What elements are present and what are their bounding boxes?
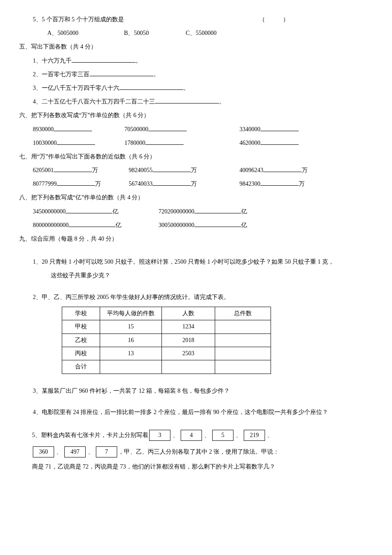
fill-blank [148, 125, 187, 131]
s6-row-2: 10030000 1780000 4620000 [33, 136, 373, 150]
th-total: 总件数 [215, 307, 271, 320]
table-row: 合计 [62, 360, 271, 374]
sep-dot: 、 [236, 427, 242, 443]
section-6-title: 六、把下列各数改写成“万”作单位的数（共 6 分） [19, 109, 373, 122]
sep-dot: 、 [267, 427, 273, 443]
q5-mid: ，甲、乙、丙三人分别各取了其中 2 张，使用了除法。甲说： [118, 443, 279, 460]
s8-row-2: 800000000000亿 300500000000亿 [33, 219, 373, 232]
th-avg: 平均每人做的件数 [100, 307, 162, 320]
s7-row-2: 80777999万 56740033万 9842300万 [33, 177, 373, 191]
table-row: 丙校 13 2503 [62, 347, 271, 360]
fill-blank [54, 125, 92, 131]
sep-dot: 、 [88, 443, 94, 460]
s9-q5-line2: 360 、 497 、 7 ，甲、乙、丙三人分别各取了其中 2 张，使用了除法。… [32, 443, 373, 460]
s9-q1: 1、20 只青蛙 1 小时可以吃 500 只蚊子。照这样计算，2500 只青蛙 … [33, 255, 373, 269]
question-4-5: 5、5 个百万和 5 个十万组成的数是 （ ） [33, 13, 373, 26]
section-7-title: 七、用“万”作单位写出下面各数的近似数（共 6 分） [19, 150, 373, 164]
q-text: 5 个百万和 5 个十万组成的数是 [42, 16, 124, 23]
answer-paren: （ ） [259, 13, 289, 26]
section-9-title: 九、综合应用（每题 8 分，共 40 分） [19, 232, 373, 246]
fill-blank [263, 166, 302, 172]
th-school: 学校 [62, 307, 100, 320]
fill-blank [260, 125, 299, 131]
fill-blank [57, 138, 95, 145]
table-row: 学校 平均每人做的件数 人数 总件数 [62, 307, 271, 320]
q2-table: 学校 平均每人做的件数 人数 总件数 甲校 15 1234 乙校 16 2018… [62, 307, 271, 374]
card-box: 4 [181, 430, 202, 441]
fill-blank [69, 221, 115, 227]
card-box: 5 [212, 430, 233, 441]
fill-blank [54, 166, 92, 172]
card-box: 219 [244, 430, 265, 441]
q5-lead: 5、塑料盒内装有七张卡片，卡片上分别写着 [32, 427, 148, 443]
s5-item-2: 2、一百零七万零三百。 [33, 68, 373, 81]
sep-dot: 、 [56, 443, 62, 460]
fill-blank [153, 179, 191, 186]
fill-blank [260, 138, 299, 145]
th-count: 人数 [162, 307, 215, 320]
table-row: 乙校 16 2018 [62, 334, 271, 347]
q-num: 5、 [33, 16, 42, 23]
s9-q4: 4、电影院里有 24 排座位，后一排比前一排多 2 个座位，最后一排有 90 个… [33, 405, 373, 419]
s9-q5-line1: 5、塑料盒内装有七张卡片，卡片上分别写着 3 、 4 、 5 、 219 、 [32, 427, 373, 443]
s5-item-1: 1、十六万九千。 [33, 54, 373, 68]
card-box: 7 [96, 446, 117, 457]
s9-q5-tail: 商是 71，乙说商是 72，丙说商是 73，他们的计算都没有错，那么剩下的卡片上… [32, 460, 373, 474]
s9-q1b: 这些蚊子共重多少克？ [51, 269, 373, 282]
s9-q2: 2、甲、乙、丙三所学校 2005 年学生做好人好事的情况统计。请完成下表。 [33, 290, 373, 304]
fill-blank [66, 207, 112, 213]
fill-blank [194, 221, 241, 227]
s6-row-1: 8930000 70500000 3340000 [33, 123, 373, 136]
fill-blank [72, 56, 135, 63]
fill-blank [260, 179, 299, 186]
option-b: B、50050 [124, 26, 186, 40]
fill-blank [155, 97, 219, 104]
card-box: 497 [64, 446, 86, 457]
card-box: 3 [149, 430, 170, 441]
fill-blank [194, 207, 241, 213]
option-a: A、5005000 [47, 26, 124, 40]
s9-q3: 3、某服装厂出厂 960 件衬衫，一共装了 12 箱，每箱装 8 包，每包多少件… [33, 384, 373, 398]
card-box: 360 [33, 446, 54, 457]
fill-blank [57, 179, 95, 186]
fill-blank [89, 70, 153, 76]
section-8-title: 八、把下列各数写成“亿”作单位的数（共 4 分） [19, 191, 373, 204]
q4-5-options: A、5005000 B、50050 C、5500000 [47, 26, 373, 40]
s8-row-1: 34500000000亿 720200000000亿 [33, 205, 373, 219]
sep-dot: 、 [204, 427, 210, 443]
fill-blank [119, 83, 183, 90]
s5-item-4: 4、二十五亿七千八百六十五万四千二百二十三。 [33, 95, 373, 109]
option-c: C、5500000 [186, 26, 216, 40]
s7-row-1: 6205001万 98240055万 40096243万 [33, 164, 373, 177]
s5-item-3: 3、一亿八千五十万四千零八十六。 [33, 81, 373, 95]
sep-dot: 、 [173, 427, 179, 443]
section-5-title: 五、写出下面各数（共 4 分） [19, 40, 373, 54]
table-row: 甲校 15 1234 [62, 320, 271, 334]
fill-blank [153, 166, 191, 172]
fill-blank [145, 138, 184, 145]
